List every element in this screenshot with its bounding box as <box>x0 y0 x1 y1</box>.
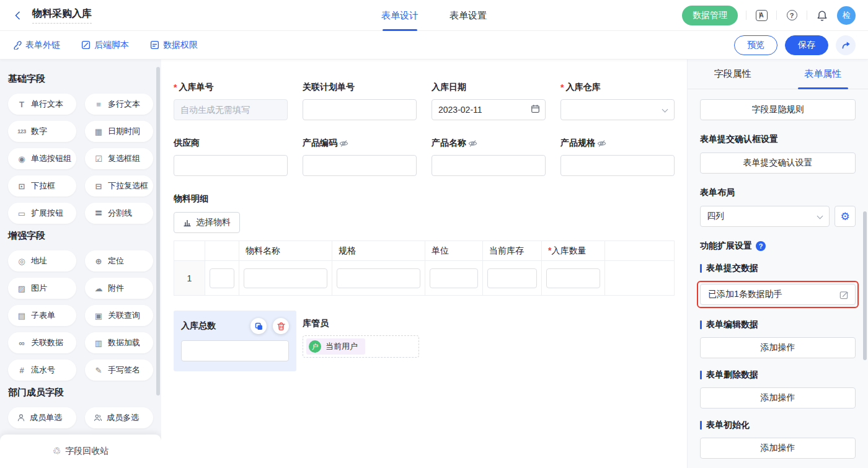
field-item-member-single[interactable]: 成员单选 <box>8 407 76 428</box>
select-material-button[interactable]: 选择物料 <box>174 212 240 233</box>
field-item-subform[interactable]: ▤子表单 <box>8 305 76 326</box>
field-item-image[interactable]: ▨图片 <box>8 278 76 299</box>
field-item-multi-line-text[interactable]: ≡多行文本 <box>85 94 153 115</box>
inbound-qty-input[interactable] <box>546 268 600 288</box>
data-permission-link[interactable]: 数据权限 <box>150 40 198 51</box>
supplier-input[interactable] <box>174 155 288 176</box>
data-manage-button[interactable]: 数据管理 <box>682 6 738 25</box>
bell-icon[interactable] <box>815 9 829 22</box>
field-warehouse-keeper[interactable]: 库管员 户 当前用户 <box>303 311 419 358</box>
sidebar-scrollbar[interactable] <box>156 67 160 395</box>
share-button[interactable] <box>836 35 856 55</box>
field-item-divider[interactable]: 〓分割线 <box>85 203 153 224</box>
save-button[interactable]: 保存 <box>785 35 828 55</box>
dropdown-icon: ⊡ <box>17 182 27 191</box>
field-item-member-multi[interactable]: 成员多选 <box>85 407 153 428</box>
field-item-radio-group[interactable]: ◉单选按钮组 <box>8 148 76 169</box>
inbound-date-input[interactable] <box>432 99 546 120</box>
product-code-input[interactable] <box>303 155 417 176</box>
field-recycle-bin[interactable]: ♲ 字段回收站 <box>0 435 161 468</box>
keeper-user-box[interactable]: 户 当前用户 <box>303 335 419 358</box>
back-button[interactable] <box>12 9 26 22</box>
divider <box>746 11 746 20</box>
field-inbound-no[interactable]: *入库单号 <box>174 82 288 120</box>
field-visibility-rule-button[interactable]: 字段显隐规则 <box>700 99 856 120</box>
field-item-extend-button[interactable]: ▭扩展按钮 <box>8 203 76 224</box>
subform-title: 物料明细 <box>174 193 675 205</box>
add-action-button-edit-data[interactable]: 添加操作 <box>700 337 856 358</box>
group-form-delete-data: 表单删除数据 <box>700 369 856 381</box>
tab-field-properties[interactable]: 字段属性 <box>688 60 778 89</box>
field-item-related-data[interactable]: ∞关联数据 <box>8 332 76 353</box>
user-avatar[interactable]: 检 <box>837 6 856 25</box>
field-item-serial-number[interactable]: #流水号 <box>8 360 76 381</box>
hidden-eye-icon <box>468 139 477 148</box>
extension-help-icon[interactable]: ? <box>756 241 766 251</box>
add-action-button-delete-data[interactable]: 添加操作 <box>700 387 856 408</box>
row-hidden-input[interactable] <box>210 268 234 288</box>
field-product-spec[interactable]: 产品规格 <box>560 138 675 176</box>
field-item-signature[interactable]: ✎手写签名 <box>85 360 153 381</box>
field-item-location[interactable]: ⊕定位 <box>85 250 153 272</box>
hidden-eye-icon <box>597 139 606 148</box>
tab-form-design[interactable]: 表单设计 <box>381 0 418 31</box>
unit-input[interactable] <box>430 268 478 288</box>
current-stock-input[interactable] <box>487 268 537 288</box>
multi-dropdown-icon: ⊟ <box>94 182 104 191</box>
tab-form-properties[interactable]: 表单属性 <box>778 60 868 89</box>
field-item-checkbox-group[interactable]: ☑复选框组 <box>85 148 153 169</box>
field-product-code[interactable]: 产品编码 <box>303 138 417 176</box>
inbound-warehouse-select[interactable] <box>560 99 675 120</box>
inbound-no-input[interactable] <box>174 99 288 120</box>
help-icon[interactable]: ? <box>785 9 799 22</box>
product-spec-input[interactable] <box>560 155 675 176</box>
inbound-total-input[interactable] <box>181 340 289 361</box>
related-plan-no-input[interactable] <box>303 99 417 120</box>
col-material-name: 物料名称 <box>239 241 332 261</box>
field-item-attachment[interactable]: ☁附件 <box>85 278 153 299</box>
field-item-address[interactable]: ◎地址 <box>8 250 76 272</box>
delete-icon[interactable] <box>273 318 289 334</box>
field-item-single-line-text[interactable]: T单行文本 <box>8 94 76 115</box>
multi-line-text-icon: ≡ <box>94 100 104 109</box>
field-supplier[interactable]: 供应商 <box>174 138 288 176</box>
preview-button[interactable]: 预览 <box>734 35 777 55</box>
form-external-link[interactable]: 表单外链 <box>12 40 60 51</box>
gear-icon: ⚙ <box>840 210 849 223</box>
script-icon <box>81 40 91 50</box>
panel-scrollbar[interactable] <box>863 211 867 360</box>
field-product-name[interactable]: 产品名称 <box>432 138 546 176</box>
submit-confirm-settings-button[interactable]: 表单提交确认设置 <box>700 152 856 174</box>
header-actions: 数据管理 A ? 检 <box>682 6 856 25</box>
share-arrow-icon <box>841 40 851 50</box>
language-icon[interactable]: A <box>755 9 768 22</box>
single-line-text-icon: T <box>17 100 27 109</box>
field-item-multi-dropdown[interactable]: ⊟下拉复选框 <box>85 175 153 196</box>
field-inbound-total-selected[interactable]: 入库总数 <box>174 311 296 371</box>
backend-script-link[interactable]: 后端脚本 <box>81 40 129 51</box>
field-inbound-warehouse[interactable]: *入库仓库 <box>560 82 675 120</box>
row-number: 1 <box>174 261 205 296</box>
hidden-eye-icon <box>339 139 348 148</box>
field-item-datetime[interactable]: ▦日期时间 <box>85 121 153 142</box>
product-name-input[interactable] <box>432 155 546 176</box>
material-name-input[interactable] <box>244 268 327 288</box>
data-assistant-button[interactable]: 已添加1条数据助手 <box>700 284 856 305</box>
field-related-plan-no[interactable]: 关联计划单号 <box>303 82 417 120</box>
copy-icon[interactable] <box>250 318 267 334</box>
form-layout-section-title: 表单布局 <box>700 187 856 198</box>
field-item-data-load[interactable]: ▥数据加载 <box>85 332 153 353</box>
form-layout-select[interactable]: 四列 <box>700 206 830 227</box>
field-item-number[interactable]: 123数字 <box>8 121 76 142</box>
signature-icon: ✎ <box>94 366 104 375</box>
field-item-dropdown[interactable]: ⊡下拉框 <box>8 175 76 196</box>
spec-input[interactable] <box>337 268 420 288</box>
location-icon: ⊕ <box>94 257 104 266</box>
field-item-related-query[interactable]: ▣关联查询 <box>85 305 153 326</box>
field-inbound-date[interactable]: 入库日期 <box>432 82 546 120</box>
layout-settings-gear-button[interactable]: ⚙ <box>835 206 856 227</box>
tab-form-settings[interactable]: 表单设置 <box>450 0 487 31</box>
add-action-button-form-init[interactable]: 添加操作 <box>700 438 856 459</box>
radio-group-icon: ◉ <box>17 154 27 164</box>
datetime-icon: ▦ <box>94 127 104 136</box>
